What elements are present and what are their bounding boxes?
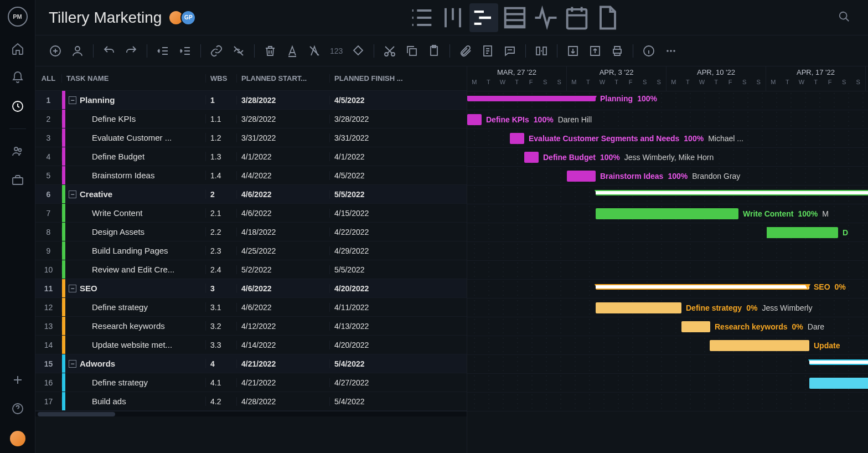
- calendar-view-icon[interactable]: [562, 3, 591, 32]
- gantt-row[interactable]: Write Content100%M: [467, 204, 868, 223]
- grid-scrollbar[interactable]: [35, 411, 467, 416]
- task-name-cell[interactable]: Build Landing Pages: [65, 246, 206, 255]
- task-name-cell[interactable]: Build ads: [65, 397, 206, 406]
- task-name-cell[interactable]: Define KPIs: [65, 114, 206, 123]
- task-row[interactable]: 8 Design Assets 2.2 4/18/2022 4/22/2022: [35, 223, 467, 241]
- team-icon[interactable]: [11, 145, 24, 158]
- planned-finish-cell[interactable]: 4/22/2022: [330, 228, 423, 236]
- unlink-icon[interactable]: [232, 44, 245, 58]
- planned-finish-cell[interactable]: 5/5/2022: [330, 190, 423, 199]
- task-name-cell[interactable]: Brainstorm Ideas: [65, 171, 206, 180]
- planned-start-cell[interactable]: 5/2/2022: [237, 265, 330, 274]
- add-task-icon[interactable]: [49, 44, 62, 58]
- task-name-cell[interactable]: Define Budget: [65, 152, 206, 161]
- planned-finish-cell[interactable]: 4/11/2022: [330, 303, 423, 312]
- planned-finish-cell[interactable]: 3/28/2022: [330, 115, 423, 123]
- planned-start-cell[interactable]: 4/6/2022: [237, 303, 330, 312]
- plus-icon[interactable]: [11, 373, 24, 387]
- milestone-icon[interactable]: [352, 44, 365, 58]
- activity-view-icon[interactable]: [531, 3, 560, 32]
- cut-icon[interactable]: [383, 44, 396, 58]
- outdent-icon[interactable]: [156, 44, 169, 58]
- planned-finish-cell[interactable]: 4/15/2022: [330, 209, 423, 218]
- gantt-row[interactable]: [467, 393, 868, 411]
- list-view-icon[interactable]: [407, 3, 436, 32]
- gantt-row[interactable]: SEO0%: [467, 280, 868, 298]
- task-name-cell[interactable]: Update website met...: [65, 340, 206, 349]
- attachment-icon[interactable]: [459, 44, 472, 58]
- gantt-row[interactable]: [467, 261, 868, 280]
- gantt-bar[interactable]: [596, 190, 868, 195]
- task-name-cell[interactable]: − Creative: [65, 189, 206, 199]
- col-all[interactable]: ALL: [35, 74, 62, 83]
- gantt-row[interactable]: [467, 374, 868, 393]
- planned-finish-cell[interactable]: 4/27/2022: [330, 378, 423, 387]
- gantt-row[interactable]: Define strategy0%Jess Wimberly: [467, 298, 868, 317]
- sheet-view-icon[interactable]: [500, 3, 529, 32]
- task-name-cell[interactable]: Research keywords: [65, 321, 206, 331]
- board-view-icon[interactable]: [438, 3, 467, 32]
- planned-start-cell[interactable]: 4/1/2022: [237, 152, 330, 161]
- import-icon[interactable]: [566, 44, 580, 58]
- col-task-name[interactable]: TASK NAME: [62, 74, 206, 83]
- file-view-icon[interactable]: [593, 3, 622, 32]
- planned-start-cell[interactable]: 4/6/2022: [237, 284, 330, 293]
- task-row[interactable]: 1 − Planning 1 3/28/2022 4/5/2022: [35, 91, 467, 110]
- task-row[interactable]: 10 Review and Edit Cre... 2.4 5/2/2022 5…: [35, 260, 467, 279]
- task-row[interactable]: 6 − Creative 2 4/6/2022 5/5/2022: [35, 185, 467, 204]
- gantt-bar[interactable]: SEO0%: [596, 284, 809, 290]
- collapse-icon[interactable]: −: [69, 96, 76, 104]
- planned-start-cell[interactable]: 4/12/2022: [237, 322, 330, 331]
- gantt-row[interactable]: D: [467, 223, 868, 242]
- gantt-bar[interactable]: Define KPIs100%Daren Hill: [467, 114, 482, 125]
- task-row[interactable]: 14 Update website met... 3.3 4/14/2022 4…: [35, 336, 467, 354]
- bell-icon[interactable]: [11, 71, 24, 84]
- planned-start-cell[interactable]: 4/6/2022: [237, 209, 330, 218]
- gantt-bar[interactable]: Define strategy0%Jess Wimberly: [596, 302, 681, 313]
- task-row[interactable]: 16 Define strategy 4.1 4/21/2022 4/27/20…: [35, 373, 467, 392]
- gantt-row[interactable]: Update: [467, 336, 868, 355]
- gantt-bar[interactable]: Define Budget100%Jess Wimberly, Mike Hor…: [524, 152, 539, 163]
- paste-icon[interactable]: [427, 44, 441, 58]
- task-name-cell[interactable]: Write Content: [65, 208, 206, 218]
- task-row[interactable]: 15 − Adwords 4 4/21/2022 5/4/2022: [35, 354, 467, 373]
- task-row[interactable]: 4 Define Budget 1.3 4/1/2022 4/1/2022: [35, 147, 467, 166]
- collapse-icon[interactable]: −: [69, 191, 76, 198]
- print-icon[interactable]: [611, 44, 624, 58]
- gantt-bar[interactable]: Planning100%: [467, 96, 596, 101]
- gantt-row[interactable]: Planning100%: [467, 91, 868, 110]
- planned-finish-cell[interactable]: 4/29/2022: [330, 246, 423, 255]
- gantt-row[interactable]: [467, 355, 868, 374]
- search-icon[interactable]: [834, 6, 855, 29]
- planned-finish-cell[interactable]: 4/5/2022: [330, 171, 423, 180]
- planned-start-cell[interactable]: 4/25/2022: [237, 246, 330, 255]
- planned-finish-cell[interactable]: 5/4/2022: [330, 397, 423, 406]
- gantt-row[interactable]: Research keywords0%Dare: [467, 317, 868, 336]
- task-row[interactable]: 2 Define KPIs 1.1 3/28/2022 3/28/2022: [35, 110, 467, 128]
- planned-start-cell[interactable]: 4/14/2022: [237, 341, 330, 349]
- gantt-view-icon[interactable]: [469, 3, 498, 32]
- indent-icon[interactable]: [178, 44, 192, 58]
- project-members[interactable]: GP: [172, 10, 196, 25]
- notes-icon[interactable]: [481, 44, 494, 58]
- gantt-bar[interactable]: D: [767, 227, 838, 238]
- task-name-cell[interactable]: − SEO: [65, 284, 206, 293]
- planned-start-cell[interactable]: 4/18/2022: [237, 228, 330, 236]
- delete-icon[interactable]: [264, 44, 277, 58]
- planned-finish-cell[interactable]: 4/20/2022: [330, 284, 423, 293]
- info-icon[interactable]: [642, 44, 655, 58]
- planned-finish-cell[interactable]: 3/31/2022: [330, 133, 423, 142]
- planned-start-cell[interactable]: 3/31/2022: [237, 133, 330, 142]
- gantt-row[interactable]: [467, 242, 868, 261]
- task-row[interactable]: 9 Build Landing Pages 2.3 4/25/2022 4/29…: [35, 241, 467, 260]
- comment-icon[interactable]: [503, 44, 516, 58]
- gantt-bar[interactable]: Evaluate Customer Segments and Needs100%…: [510, 133, 524, 144]
- task-name-cell[interactable]: Define strategy: [65, 302, 206, 312]
- task-row[interactable]: 17 Build ads 4.2 4/28/2022 5/4/2022: [35, 392, 467, 411]
- task-name-cell[interactable]: Design Assets: [65, 227, 206, 236]
- copy-icon[interactable]: [405, 44, 418, 58]
- planned-start-cell[interactable]: 4/28/2022: [237, 397, 330, 406]
- task-name-cell[interactable]: Review and Edit Cre...: [65, 265, 206, 274]
- planned-finish-cell[interactable]: 5/4/2022: [330, 359, 423, 368]
- gantt-bar[interactable]: [809, 378, 868, 389]
